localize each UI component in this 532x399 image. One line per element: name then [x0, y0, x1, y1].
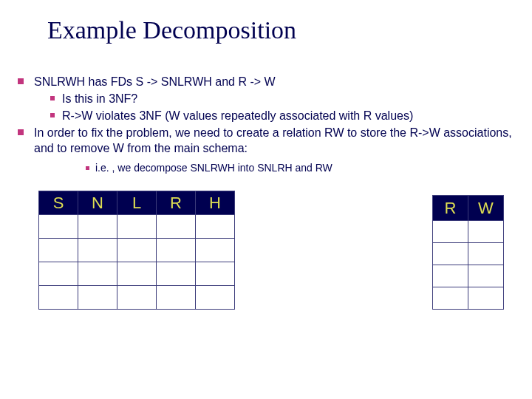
bullet-text: In order to fix the problem, we need to … [34, 125, 514, 156]
slide-title: Example Decomposition [0, 0, 532, 44]
tables-container: S N L R H R W [0, 176, 532, 310]
table-rw: R W [432, 195, 504, 310]
table-row [433, 265, 504, 287]
col-header: H [196, 191, 235, 215]
square-bullet-icon [86, 166, 89, 170]
col-header: S [39, 191, 78, 215]
bullet-level1: SNLRWH has FDs S -> SNLRWH and R -> W [18, 74, 514, 89]
bullet-text: i.e. , we decompose SNLRWH into SNLRH an… [95, 161, 514, 174]
table-row [433, 221, 504, 243]
square-bullet-icon [50, 113, 55, 117]
col-header: W [468, 196, 504, 221]
bullet-level2: R->W violates 3NF (W values repeatedly a… [50, 108, 514, 123]
col-header: N [78, 191, 117, 215]
square-bullet-icon [18, 78, 24, 84]
square-bullet-icon [18, 129, 24, 135]
table-row [39, 286, 235, 310]
bullet-text: SNLRWH has FDs S -> SNLRWH and R -> W [34, 74, 514, 89]
table-row [433, 243, 504, 265]
bullet-level1: In order to fix the problem, we need to … [18, 125, 514, 156]
slide-body: SNLRWH has FDs S -> SNLRWH and R -> W Is… [0, 44, 532, 174]
bullet-level2: Is this in 3NF? [50, 91, 514, 106]
bullet-level3: i.e. , we decompose SNLRWH into SNLRH an… [86, 161, 514, 174]
col-header: R [157, 191, 196, 215]
table-row [39, 262, 235, 286]
table-header-row: S N L R H [39, 191, 235, 215]
bullet-text: Is this in 3NF? [62, 91, 514, 106]
table-header-row: R W [433, 196, 504, 221]
bullet-text: R->W violates 3NF (W values repeatedly a… [62, 108, 514, 123]
table-row [433, 287, 504, 310]
square-bullet-icon [50, 96, 55, 100]
table-row [39, 239, 235, 262]
col-header: L [117, 191, 157, 215]
table-snlrh: S N L R H [38, 191, 235, 310]
table-row [39, 215, 235, 239]
col-header: R [433, 196, 468, 221]
